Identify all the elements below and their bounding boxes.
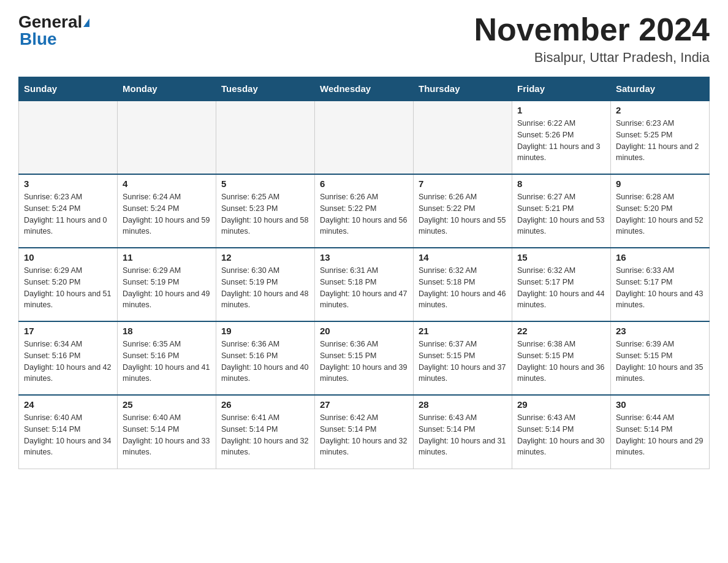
calendar-cell: 15Sunrise: 6:32 AMSunset: 5:17 PMDayligh… (512, 248, 611, 321)
column-header-tuesday: Tuesday (216, 77, 315, 101)
day-info: Sunrise: 6:26 AMSunset: 5:22 PMDaylight:… (419, 191, 507, 237)
day-number: 14 (419, 252, 507, 262)
day-number: 30 (616, 399, 704, 410)
day-number: 1 (517, 105, 605, 115)
calendar-cell: 22Sunrise: 6:38 AMSunset: 5:15 PMDayligh… (512, 321, 611, 395)
calendar-cell: 28Sunrise: 6:43 AMSunset: 5:14 PMDayligh… (414, 395, 512, 469)
day-info: Sunrise: 6:38 AMSunset: 5:15 PMDaylight:… (517, 339, 605, 385)
day-number: 21 (419, 326, 507, 336)
day-info: Sunrise: 6:28 AMSunset: 5:20 PMDaylight:… (616, 191, 704, 237)
calendar-cell: 2Sunrise: 6:23 AMSunset: 5:25 PMDaylight… (611, 101, 710, 174)
calendar-cell: 27Sunrise: 6:42 AMSunset: 5:14 PMDayligh… (315, 395, 414, 469)
calendar-cell: 7Sunrise: 6:26 AMSunset: 5:22 PMDaylight… (414, 174, 512, 248)
day-info: Sunrise: 6:42 AMSunset: 5:14 PMDaylight:… (320, 412, 408, 458)
week-row-5: 24Sunrise: 6:40 AMSunset: 5:14 PMDayligh… (19, 395, 710, 469)
day-number: 27 (320, 399, 408, 410)
calendar-header-row: SundayMondayTuesdayWednesdayThursdayFrid… (19, 77, 710, 101)
calendar-cell (118, 101, 216, 174)
day-number: 25 (123, 399, 211, 410)
day-number: 17 (24, 326, 112, 336)
day-number: 4 (123, 178, 211, 189)
calendar-cell: 23Sunrise: 6:39 AMSunset: 5:15 PMDayligh… (611, 321, 710, 395)
day-info: Sunrise: 6:41 AMSunset: 5:14 PMDaylight:… (221, 412, 309, 458)
day-info: Sunrise: 6:22 AMSunset: 5:26 PMDaylight:… (517, 118, 605, 164)
day-info: Sunrise: 6:26 AMSunset: 5:22 PMDaylight:… (320, 191, 408, 237)
day-info: Sunrise: 6:29 AMSunset: 5:20 PMDaylight:… (24, 265, 112, 311)
calendar-cell: 5Sunrise: 6:25 AMSunset: 5:23 PMDaylight… (216, 174, 315, 248)
day-number: 15 (517, 252, 605, 262)
day-info: Sunrise: 6:29 AMSunset: 5:19 PMDaylight:… (123, 265, 211, 311)
day-number: 9 (616, 178, 704, 189)
day-info: Sunrise: 6:24 AMSunset: 5:24 PMDaylight:… (123, 191, 211, 237)
week-row-4: 17Sunrise: 6:34 AMSunset: 5:16 PMDayligh… (19, 321, 710, 395)
day-number: 18 (123, 326, 211, 336)
day-number: 2 (616, 105, 704, 115)
logo-triangle-icon (83, 18, 89, 27)
day-number: 16 (616, 252, 704, 262)
calendar-cell (19, 101, 118, 174)
day-info: Sunrise: 6:40 AMSunset: 5:14 PMDaylight:… (123, 412, 211, 458)
calendar-cell: 21Sunrise: 6:37 AMSunset: 5:15 PMDayligh… (414, 321, 512, 395)
day-info: Sunrise: 6:43 AMSunset: 5:14 PMDaylight:… (517, 412, 605, 458)
title-block: November 2024 Bisalpur, Uttar Pradesh, I… (474, 12, 710, 66)
day-info: Sunrise: 6:23 AMSunset: 5:24 PMDaylight:… (24, 191, 112, 237)
day-info: Sunrise: 6:36 AMSunset: 5:15 PMDaylight:… (320, 339, 408, 385)
week-row-2: 3Sunrise: 6:23 AMSunset: 5:24 PMDaylight… (19, 174, 710, 248)
column-header-sunday: Sunday (19, 77, 118, 101)
day-number: 8 (517, 178, 605, 189)
day-number: 22 (517, 326, 605, 336)
day-info: Sunrise: 6:34 AMSunset: 5:16 PMDaylight:… (24, 339, 112, 385)
calendar-cell: 12Sunrise: 6:30 AMSunset: 5:19 PMDayligh… (216, 248, 315, 321)
day-number: 23 (616, 326, 704, 336)
day-number: 5 (221, 178, 309, 189)
calendar-cell: 6Sunrise: 6:26 AMSunset: 5:22 PMDaylight… (315, 174, 414, 248)
day-info: Sunrise: 6:44 AMSunset: 5:14 PMDaylight:… (616, 412, 704, 458)
day-info: Sunrise: 6:40 AMSunset: 5:14 PMDaylight:… (24, 412, 112, 458)
day-info: Sunrise: 6:32 AMSunset: 5:17 PMDaylight:… (517, 265, 605, 311)
calendar-cell: 17Sunrise: 6:34 AMSunset: 5:16 PMDayligh… (19, 321, 118, 395)
calendar-cell: 25Sunrise: 6:40 AMSunset: 5:14 PMDayligh… (118, 395, 216, 469)
day-number: 6 (320, 178, 408, 189)
column-header-friday: Friday (512, 77, 611, 101)
calendar-cell: 16Sunrise: 6:33 AMSunset: 5:17 PMDayligh… (611, 248, 710, 321)
day-info: Sunrise: 6:43 AMSunset: 5:14 PMDaylight:… (419, 412, 507, 458)
day-info: Sunrise: 6:39 AMSunset: 5:15 PMDaylight:… (616, 339, 704, 385)
calendar-cell (414, 101, 512, 174)
month-title: November 2024 (474, 12, 710, 47)
calendar-cell: 3Sunrise: 6:23 AMSunset: 5:24 PMDaylight… (19, 174, 118, 248)
day-number: 3 (24, 178, 112, 189)
calendar-cell: 30Sunrise: 6:44 AMSunset: 5:14 PMDayligh… (611, 395, 710, 469)
day-number: 29 (517, 399, 605, 410)
week-row-3: 10Sunrise: 6:29 AMSunset: 5:20 PMDayligh… (19, 248, 710, 321)
calendar-cell: 11Sunrise: 6:29 AMSunset: 5:19 PMDayligh… (118, 248, 216, 321)
day-number: 20 (320, 326, 408, 336)
calendar-cell: 26Sunrise: 6:41 AMSunset: 5:14 PMDayligh… (216, 395, 315, 469)
location-title: Bisalpur, Uttar Pradesh, India (474, 50, 710, 66)
day-number: 7 (419, 178, 507, 189)
day-info: Sunrise: 6:23 AMSunset: 5:25 PMDaylight:… (616, 118, 704, 164)
day-info: Sunrise: 6:27 AMSunset: 5:21 PMDaylight:… (517, 191, 605, 237)
calendar-cell: 20Sunrise: 6:36 AMSunset: 5:15 PMDayligh… (315, 321, 414, 395)
day-number: 26 (221, 399, 309, 410)
calendar-cell: 29Sunrise: 6:43 AMSunset: 5:14 PMDayligh… (512, 395, 611, 469)
day-number: 13 (320, 252, 408, 262)
day-number: 12 (221, 252, 309, 262)
day-number: 24 (24, 399, 112, 410)
calendar-cell (216, 101, 315, 174)
column-header-thursday: Thursday (414, 77, 512, 101)
day-info: Sunrise: 6:35 AMSunset: 5:16 PMDaylight:… (123, 339, 211, 385)
day-number: 10 (24, 252, 112, 262)
day-number: 19 (221, 326, 309, 336)
day-number: 28 (419, 399, 507, 410)
logo: General Blue (18, 12, 89, 49)
calendar-cell: 10Sunrise: 6:29 AMSunset: 5:20 PMDayligh… (19, 248, 118, 321)
calendar-cell: 18Sunrise: 6:35 AMSunset: 5:16 PMDayligh… (118, 321, 216, 395)
calendar-cell: 9Sunrise: 6:28 AMSunset: 5:20 PMDaylight… (611, 174, 710, 248)
calendar-cell (315, 101, 414, 174)
calendar-table: SundayMondayTuesdayWednesdayThursdayFrid… (18, 77, 710, 469)
page-header: General Blue November 2024 Bisalpur, Utt… (18, 12, 710, 66)
logo-general-text: General (18, 12, 82, 31)
calendar-cell: 8Sunrise: 6:27 AMSunset: 5:21 PMDaylight… (512, 174, 611, 248)
calendar-cell: 19Sunrise: 6:36 AMSunset: 5:16 PMDayligh… (216, 321, 315, 395)
week-row-1: 1Sunrise: 6:22 AMSunset: 5:26 PMDaylight… (19, 101, 710, 174)
